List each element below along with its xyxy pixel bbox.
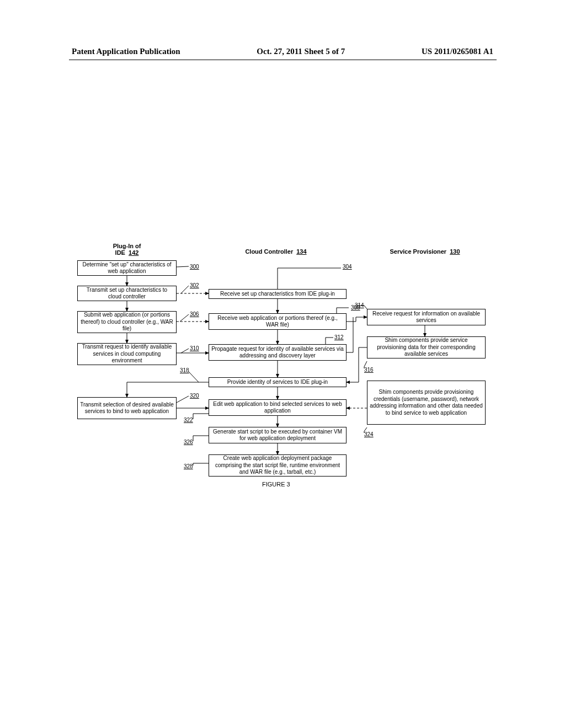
col2-ref: 134: [296, 248, 306, 255]
ref-314: 314: [355, 302, 364, 308]
box-326: Generate start script to be executed by …: [209, 427, 347, 443]
ref-328: 328: [184, 463, 193, 469]
box-306: Submit web application (or portions ther…: [77, 311, 177, 333]
ref-322: 322: [184, 417, 193, 423]
col1-header: Plug-In of IDE 142: [94, 243, 160, 256]
box-314: Receive request for information on avail…: [367, 309, 486, 325]
svg-line-0: [177, 266, 189, 267]
ref-302: 302: [190, 282, 199, 288]
box-328: Create web application deployment packag…: [209, 454, 347, 477]
svg-line-9: [181, 349, 189, 353]
col2-header: Cloud Controller 134: [221, 248, 331, 255]
ref-320: 320: [190, 393, 199, 399]
box-320: Transmit selection of desired available …: [77, 397, 177, 419]
ref-304: 304: [343, 264, 352, 270]
box-310: Transmit request to identify available s…: [77, 343, 177, 365]
box-308: Receive web application or portions ther…: [209, 313, 347, 330]
ref-316: 316: [364, 367, 374, 373]
ref-312: 312: [334, 334, 344, 340]
box-302: Transmit set up characteristics to cloud…: [77, 286, 177, 301]
ref-306: 306: [190, 311, 199, 317]
header-rule: [69, 60, 497, 60]
page-header: Patent Application Publication Oct. 27, …: [0, 47, 565, 56]
col3-header: Service Provisioner 130: [370, 248, 480, 255]
ref-310: 310: [190, 345, 199, 351]
ref-324: 324: [364, 431, 374, 437]
box-324: Shim components provide provisioning cre…: [367, 381, 486, 425]
svg-line-7: [180, 314, 189, 322]
box-300: Determine "set up" characteristics of we…: [77, 260, 177, 276]
svg-line-5: [181, 286, 189, 293]
ref-326: 326: [184, 439, 193, 445]
header-left: Patent Application Publication: [72, 47, 180, 56]
ref-318: 318: [180, 367, 189, 373]
box-316: Shim components provide service provisio…: [367, 336, 486, 358]
header-right: US 2011/0265081 A1: [422, 47, 493, 56]
ref-300: 300: [190, 264, 199, 270]
box-318: Provide identity of services to IDE plug…: [209, 377, 347, 387]
svg-line-14: [177, 396, 189, 403]
box-322: Edit web application to bind selected se…: [209, 399, 347, 416]
col2-title: Cloud Controller: [245, 248, 293, 255]
header-middle: Oct. 27, 2011 Sheet 5 of 7: [257, 47, 345, 56]
col3-title: Service Provisioner: [390, 248, 446, 255]
col1-ref: 142: [129, 249, 138, 256]
col3-ref: 130: [450, 248, 460, 255]
box-312: Propagate request for identity of availa…: [209, 344, 347, 361]
figure-caption: FIGURE 3: [262, 481, 290, 488]
svg-line-13: [189, 372, 199, 382]
box-304: Receive set up characteristics from IDE …: [209, 289, 347, 299]
